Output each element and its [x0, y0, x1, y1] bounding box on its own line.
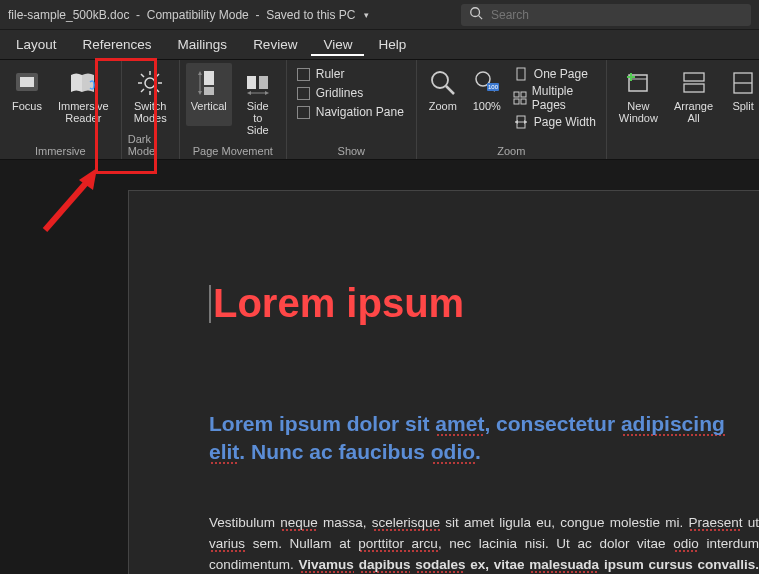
hundred-button[interactable]: 100 100% [467, 63, 507, 126]
document-title[interactable]: Lorem ipsum [209, 281, 759, 326]
document-paragraph[interactable]: Vestibulum neque massa, scelerisque sit … [209, 513, 759, 574]
group-show: Ruler Gridlines Navigation Pane Show [287, 60, 417, 159]
svg-rect-31 [521, 92, 526, 97]
group-page-movement: Vertical Side to Side Page Movement [180, 60, 287, 159]
title-dropdown-icon[interactable]: ▾ [364, 10, 369, 20]
search-box[interactable] [461, 4, 751, 26]
svg-line-9 [141, 74, 144, 77]
document-page[interactable]: Lorem ipsum Lorem ipsum dolor sit amet, … [128, 190, 759, 574]
svg-rect-42 [684, 73, 704, 81]
svg-rect-32 [514, 99, 519, 104]
multiple-pages-button[interactable]: Multiple Pages [513, 84, 598, 112]
window-title: file-sample_500kB.doc - Compatibility Mo… [8, 8, 356, 22]
new-label1: New [627, 100, 649, 112]
svg-marker-21 [247, 91, 251, 95]
group-window: New Window Arrange All Split [607, 60, 759, 159]
svg-line-12 [156, 74, 159, 77]
reader-label2: Reader [65, 112, 101, 124]
side-icon [243, 67, 273, 99]
svg-rect-19 [259, 76, 268, 89]
svg-point-23 [432, 72, 448, 88]
svg-line-1 [479, 16, 483, 20]
group-label-show: Show [338, 145, 366, 157]
tab-review[interactable]: Review [241, 33, 309, 56]
hundred-icon: 100 [473, 67, 501, 99]
svg-rect-3 [20, 77, 34, 87]
switch-label2: Modes [134, 112, 167, 124]
svg-rect-18 [247, 76, 256, 89]
svg-line-10 [156, 89, 159, 92]
svg-rect-43 [684, 84, 704, 92]
svg-rect-33 [521, 99, 526, 104]
gridlines-label: Gridlines [316, 86, 363, 100]
tab-references[interactable]: References [71, 33, 164, 56]
split-label: Split [732, 100, 753, 112]
group-zoom: Zoom 100 100% One Page Multiple Pages [417, 60, 607, 159]
ribbon: Focus Immersive Reader Immersive Switch … [0, 60, 759, 160]
svg-text:100: 100 [488, 84, 499, 90]
ribbon-tabs: Layout References Mailings Review View H… [0, 30, 759, 60]
titlebar: file-sample_500kB.doc - Compatibility Mo… [0, 0, 759, 30]
ruler-checkbox[interactable]: Ruler [297, 67, 404, 81]
navpane-checkbox[interactable]: Navigation Pane [297, 105, 404, 119]
tab-layout[interactable]: Layout [4, 33, 69, 56]
checkbox-icon [297, 87, 310, 100]
vertical-label: Vertical [191, 100, 227, 112]
svg-rect-14 [204, 87, 214, 95]
hundred-label: 100% [473, 100, 501, 112]
new-window-button[interactable]: New Window [613, 63, 664, 126]
sun-icon [136, 67, 164, 99]
arrange-all-button[interactable]: Arrange All [668, 63, 719, 126]
group-label-pagemove: Page Movement [193, 145, 273, 157]
search-input[interactable] [491, 8, 743, 22]
focus-button[interactable]: Focus [6, 63, 48, 126]
svg-point-0 [471, 8, 480, 17]
zoom-button[interactable]: Zoom [423, 63, 463, 126]
document-subhead[interactable]: Lorem ipsum dolor sit amet, consectetur … [209, 410, 759, 467]
new-window-icon [625, 67, 651, 99]
split-button[interactable]: Split [723, 63, 759, 126]
page-width-icon [513, 115, 529, 129]
multi-page-label: Multiple Pages [532, 84, 598, 112]
group-label-darkmode: Dark Mode [128, 133, 173, 157]
group-label-immersive: Immersive [35, 145, 86, 157]
svg-marker-17 [198, 91, 202, 95]
side-label1: Side [247, 100, 269, 112]
page-width-label: Page Width [534, 115, 596, 129]
tab-view[interactable]: View [311, 33, 364, 56]
one-page-label: One Page [534, 67, 588, 81]
svg-marker-22 [265, 91, 269, 95]
vertical-icon [197, 67, 221, 99]
focus-icon [14, 67, 40, 99]
reader-label1: Immersive [58, 100, 109, 112]
one-page-icon [513, 67, 529, 81]
split-icon [730, 67, 756, 99]
search-icon [469, 6, 483, 23]
side-label2: to Side [242, 112, 274, 136]
new-label2: Window [619, 112, 658, 124]
tab-mailings[interactable]: Mailings [166, 33, 240, 56]
checkbox-icon [297, 68, 310, 81]
page-width-button[interactable]: Page Width [513, 115, 598, 129]
checkbox-icon [297, 106, 310, 119]
reader-icon [68, 67, 98, 99]
gridlines-checkbox[interactable]: Gridlines [297, 86, 404, 100]
svg-line-11 [141, 89, 144, 92]
side-to-side-button[interactable]: Side to Side [236, 63, 280, 138]
switch-modes-button[interactable]: Switch Modes [128, 63, 173, 126]
tab-help[interactable]: Help [366, 33, 418, 56]
one-page-button[interactable]: One Page [513, 67, 598, 81]
svg-rect-29 [517, 68, 525, 80]
multi-page-icon [513, 91, 527, 105]
switch-label1: Switch [134, 100, 166, 112]
svg-point-4 [145, 78, 155, 88]
svg-marker-16 [198, 71, 202, 75]
group-darkmode: Switch Modes Dark Mode [122, 60, 180, 159]
navpane-label: Navigation Pane [316, 105, 404, 119]
svg-rect-13 [204, 71, 214, 85]
immersive-reader-button[interactable]: Immersive Reader [52, 63, 115, 126]
group-label-window [686, 145, 689, 157]
vertical-button[interactable]: Vertical [186, 63, 232, 126]
group-immersive: Focus Immersive Reader Immersive [0, 60, 122, 159]
magnify-icon [429, 67, 457, 99]
